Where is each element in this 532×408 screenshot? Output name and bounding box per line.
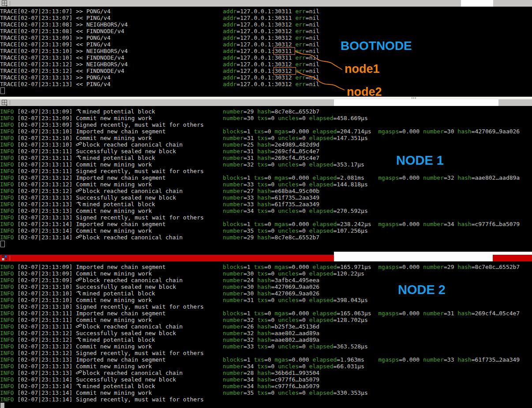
log-timestamp: [02-07|23:13:12] xyxy=(17,61,76,68)
log-message: Successfully sealed new block xyxy=(76,194,176,201)
bootnode-window-titlebar[interactable] xyxy=(0,0,532,7)
log-message: Signed recently, must wait for others xyxy=(76,396,204,403)
log-fields: blocks=1 txs=0 mgas=0.000 elapsed=165.97… xyxy=(223,264,520,270)
bootnode-annotation-label: BOOTNODE xyxy=(341,39,412,53)
pane-grip[interactable] xyxy=(413,97,414,99)
log-timestamp: [02-07|23:13:07] xyxy=(17,15,76,21)
log-timestamp: [02-07|23:13:09] xyxy=(17,264,76,270)
log-level: TRACE xyxy=(0,15,17,21)
log-level: INFO xyxy=(0,168,17,174)
log-line: INFO [02-07|23:13:09] Imported new chain… xyxy=(0,264,532,270)
log-message: block reached canonical chain xyxy=(82,370,183,376)
log-line: INFO [02-07|23:13:14] Commit new mining … xyxy=(0,227,532,234)
chain-link-icon xyxy=(76,370,82,375)
log-line: INFO [02-07|23:13:09] Commit new mining … xyxy=(0,270,532,277)
log-level: INFO xyxy=(0,277,17,283)
log-timestamp: [02-07|23:13:12] xyxy=(17,336,76,343)
log-timestamp: [02-07|23:13:08] xyxy=(17,21,76,28)
log-fields: number=29 hash=8c7e8c…6552b7 xyxy=(223,234,319,241)
log-message: << FINDNODE/v4 xyxy=(76,54,124,61)
log-message: << PING/v4 xyxy=(76,41,110,48)
background-window-fragment xyxy=(334,252,532,255)
background-window-fragment xyxy=(334,99,498,106)
log-fields: addr=127.0.0.1:30311 err=nil xyxy=(223,54,319,61)
log-fields: number=31 txs=0 uncles=0 elapsed=147.351… xyxy=(223,135,368,141)
log-message: Commit new mining work xyxy=(76,208,152,214)
log-message: Commit new mining work xyxy=(76,227,152,234)
node2-log-output: INFO [02-07|23:13:09] Imported new chain… xyxy=(0,261,532,403)
log-line: INFO [02-07|23:13:11] Imported new chain… xyxy=(0,310,532,317)
log-line: INFO [02-07|23:13:11] Commit new mining … xyxy=(0,317,532,323)
log-message: >> NEIGHBORS/v4 xyxy=(76,21,127,28)
log-fields: blocks=1 txs=0 mgas=0.000 elapsed=165.06… xyxy=(223,310,520,317)
log-level: TRACE xyxy=(0,81,17,87)
titlebar-divider xyxy=(10,256,10,261)
log-timestamp: [02-07|23:13:13] xyxy=(17,74,76,81)
log-timestamp: [02-07|23:13:14] xyxy=(17,234,76,241)
desktop: TRACE[02-07|23:13:07] >> PONG/v4addr=127… xyxy=(0,0,532,408)
log-timestamp: [02-07|23:13:13] xyxy=(17,363,76,370)
log-line: TRACE[02-07|23:13:08] >> NEIGHBORS/v4add… xyxy=(0,21,532,28)
log-level: INFO xyxy=(0,201,17,208)
log-line: TRACE[02-07|23:13:13] >> PONG/v4addr=127… xyxy=(0,74,532,81)
log-timestamp: [02-07|23:13:10] xyxy=(17,283,76,290)
log-line: INFO [02-07|23:13:13] block reached cano… xyxy=(0,370,532,376)
log-message: Commit new mining work xyxy=(76,317,152,323)
log-line: TRACE[02-07|23:13:09] << PING/v4addr=127… xyxy=(0,41,532,48)
log-message: >> PONG/v4 xyxy=(76,74,110,81)
log-timestamp: [02-07|23:13:13] xyxy=(17,194,76,201)
bootnode-terminal[interactable]: TRACE[02-07|23:13:07] >> PONG/v4addr=127… xyxy=(0,7,532,97)
log-line: INFO [02-07|23:13:12] mined potential bl… xyxy=(0,336,532,343)
log-message: mined potential block xyxy=(82,290,155,297)
node1-terminal[interactable]: INFO [02-07|23:13:09] mined potential bl… xyxy=(0,106,532,252)
titlebar-divider xyxy=(10,100,10,105)
log-line: INFO [02-07|23:13:09] block reached cano… xyxy=(0,277,532,283)
window-menu-icon[interactable] xyxy=(1,255,9,261)
log-timestamp: [02-07|23:13:14] xyxy=(17,227,76,234)
log-fields: blocks=1 txs=0 mgas=0.000 elapsed=238.24… xyxy=(223,221,520,227)
window-menu-icon[interactable] xyxy=(1,99,9,106)
window-menu-icon[interactable] xyxy=(1,0,9,7)
titlebar-divider xyxy=(10,1,10,6)
log-message: << PING/v4 xyxy=(76,81,110,87)
log-level: INFO xyxy=(0,264,17,270)
log-timestamp: [02-07|23:13:09] xyxy=(17,270,76,277)
log-fields: number=32 txs=0 uncles=0 elapsed=353.17µ… xyxy=(223,161,364,168)
log-fields: number=33 txs=0 uncles=0 elapsed=363.528… xyxy=(223,343,368,350)
bootnode-log-output: TRACE[02-07|23:13:07] >> PONG/v4addr=127… xyxy=(0,7,532,87)
log-timestamp: [02-07|23:13:14] xyxy=(17,389,76,396)
log-message: mined potential block xyxy=(82,336,155,343)
node1-annotation-title: NODE 1 xyxy=(396,153,444,168)
log-level: TRACE xyxy=(0,21,17,28)
log-level: INFO xyxy=(0,283,17,290)
log-fields: blocks=1 txs=0 mgas=0.000 elapsed=2.081m… xyxy=(223,174,520,181)
log-message: block reached canonical chain xyxy=(82,141,183,148)
log-message: mined potential block xyxy=(82,108,155,115)
node1-annotation-label: node1 xyxy=(345,62,380,76)
log-fields: addr=127.0.0.1:30312 err=nil xyxy=(223,61,319,68)
log-line: TRACE[02-07|23:13:12] >> NEIGHBORS/v4add… xyxy=(0,61,532,68)
log-timestamp: [02-07|23:13:13] xyxy=(17,81,76,87)
log-message: >> PONG/v4 xyxy=(76,8,110,15)
pane-grip[interactable] xyxy=(415,97,416,99)
pickaxe-icon xyxy=(76,155,82,160)
log-line: INFO [02-07|23:13:12] Signed recently, m… xyxy=(0,350,532,356)
log-message: Imported new chain segment xyxy=(76,221,166,227)
log-level: INFO xyxy=(0,221,17,227)
log-level: INFO xyxy=(0,330,17,336)
log-message: block reached canonical chain xyxy=(82,323,183,330)
log-message: block reached canonical chain xyxy=(82,188,183,194)
log-message: Signed recently, must wait for others xyxy=(76,350,204,356)
node2-terminal[interactable]: INFO [02-07|23:13:09] Imported new chain… xyxy=(0,261,532,408)
port-annotation-box-node1 xyxy=(273,47,295,55)
log-message: Commit new mining work xyxy=(76,181,152,188)
log-line: INFO [02-07|23:13:12] Successfully seale… xyxy=(0,330,532,336)
log-level: INFO xyxy=(0,194,17,201)
pane-grip[interactable] xyxy=(412,97,412,99)
log-timestamp: [02-07|23:13:13] xyxy=(17,370,76,376)
log-level: INFO xyxy=(0,323,17,330)
log-level: INFO xyxy=(0,174,17,181)
terminal-cursor xyxy=(0,87,5,94)
log-line: TRACE[02-07|23:13:07] >> PONG/v4addr=127… xyxy=(0,8,532,15)
chain-link-icon xyxy=(76,188,82,193)
